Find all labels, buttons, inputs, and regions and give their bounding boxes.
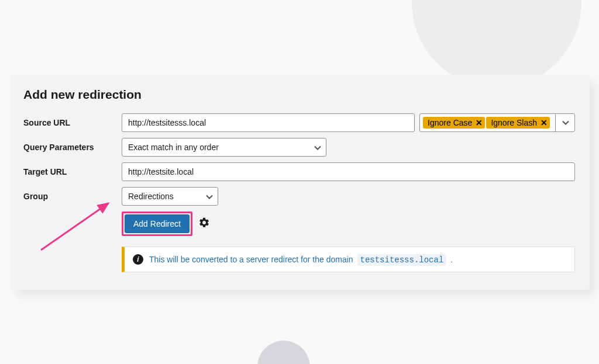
source-flags-box: Ignore Case ✕ Ignore Slash ✕	[419, 113, 575, 132]
redirection-panel: Add new redirection Source URL Ignore Ca…	[11, 75, 590, 290]
group-select[interactable]: Redirections	[122, 187, 218, 206]
ignore-case-label: Ignore Case	[428, 118, 472, 127]
panel-title: Add new redirection	[23, 88, 575, 102]
source-row: Source URL Ignore Case ✕ Ignore Slash ✕	[23, 113, 575, 132]
query-params-select[interactable]: Exact match in any order	[122, 138, 326, 157]
ignore-slash-label: Ignore Slash	[491, 118, 537, 127]
source-label: Source URL	[23, 118, 122, 127]
gear-icon	[198, 217, 210, 228]
ignore-case-tag[interactable]: Ignore Case ✕	[423, 117, 485, 129]
group-label: Group	[23, 192, 122, 201]
close-icon: ✕	[476, 118, 483, 127]
settings-button[interactable]	[198, 217, 210, 231]
target-label: Target URL	[23, 167, 122, 176]
chevron-down-icon	[314, 143, 321, 152]
background-decor-bottom	[257, 341, 310, 364]
button-row: Add Redirect	[122, 212, 575, 236]
tag-divider	[555, 114, 556, 131]
query-selected-value: Exact match in any order	[128, 143, 219, 152]
info-icon: i	[133, 254, 143, 265]
chevron-down-icon	[562, 120, 569, 125]
close-icon: ✕	[541, 118, 548, 127]
group-row: Group Redirections	[23, 187, 575, 206]
target-url-input[interactable]	[122, 162, 575, 181]
flags-dropdown-toggle[interactable]	[561, 115, 572, 131]
notice-prefix: This will be converted to a server redir…	[149, 255, 356, 264]
notice-suffix: .	[448, 255, 453, 264]
target-row: Target URL	[23, 162, 575, 181]
query-label: Query Parameters	[23, 143, 122, 152]
source-url-input[interactable]	[122, 113, 415, 132]
server-redirect-notice: i This will be converted to a server red…	[122, 247, 575, 272]
add-redirect-button[interactable]: Add Redirect	[125, 214, 190, 233]
group-selected-value: Redirections	[128, 192, 174, 201]
annotation-highlight: Add Redirect	[122, 212, 192, 236]
query-row: Query Parameters Exact match in any orde…	[23, 138, 575, 157]
notice-domain: testsitesss.local	[357, 254, 447, 266]
notice-text: This will be converted to a server redir…	[149, 255, 453, 265]
chevron-down-icon	[206, 192, 213, 201]
ignore-slash-tag[interactable]: Ignore Slash ✕	[486, 117, 550, 129]
